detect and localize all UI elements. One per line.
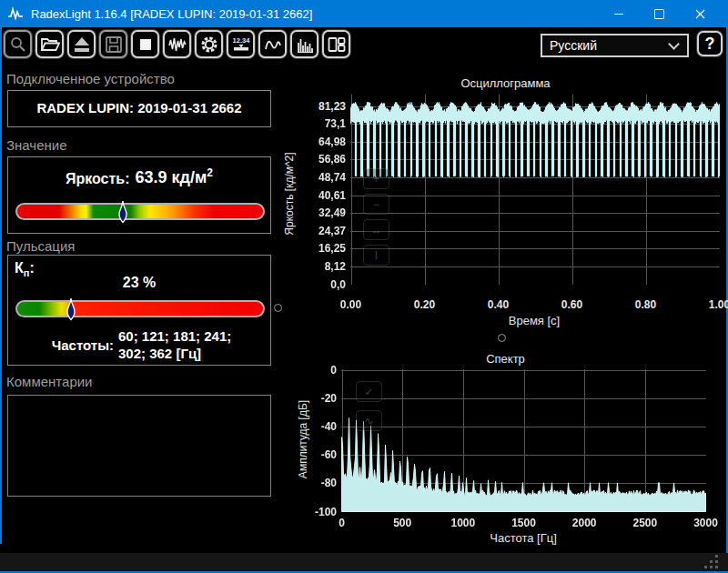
digits-display-icon: 12.34 (230, 34, 252, 55)
app-window: RadexLight 1.16.4 [RADEX LUPIN: 2019-01-… (0, 0, 728, 573)
osc-xtick-label: 1.00 (693, 297, 728, 312)
spec-check-button[interactable]: ✓ (356, 381, 382, 402)
spec-ytick-label: 0 (291, 363, 337, 377)
curve-view-button[interactable] (258, 30, 287, 58)
smooth-curve-icon (262, 34, 284, 55)
eject-icon (71, 34, 93, 55)
resize-grip[interactable] (715, 566, 718, 568)
brightness-value: 63.9 кд/м2 (136, 166, 214, 187)
osc-cursor-button[interactable]: I (363, 245, 389, 266)
minimize-button[interactable] (598, 0, 639, 27)
spec-xtick-label: 1000 (436, 516, 490, 530)
spec-xtick-label: 1500 (497, 516, 551, 530)
brightness-indicator (117, 200, 128, 224)
kp-value: 23 % (8, 275, 270, 291)
floppy-icon (103, 34, 125, 55)
spec-xtick-label: 3000 (679, 516, 728, 530)
comments-input[interactable] (7, 395, 271, 497)
osc-zoom-in-button[interactable]: + (363, 168, 389, 189)
device-name: RADEX LUPIN: 2019-01-31 2662 (8, 91, 270, 125)
stop-button[interactable] (131, 30, 159, 58)
spec-curve-button[interactable]: ∿ (356, 410, 382, 431)
cursor-icon: I (375, 249, 378, 262)
app-logo-icon (7, 6, 24, 21)
spec-ytick-label: -80 (291, 476, 337, 490)
osc-xtick-label: 0.00 (324, 297, 379, 312)
digital-view-button[interactable]: 12.34 (227, 30, 255, 58)
chevron-down-icon (668, 38, 680, 50)
osc-fit-width-button[interactable]: ↔ (363, 219, 389, 240)
eject-device-button[interactable] (67, 30, 96, 58)
save-button[interactable] (99, 30, 127, 58)
minus-icon: − (373, 198, 379, 211)
device-panel-header: Подключенное устройство (6, 71, 175, 86)
osc-xtick-label: 0.40 (471, 297, 526, 312)
layout-panels-icon (326, 34, 348, 55)
help-button[interactable]: ? (697, 31, 723, 56)
maximize-button[interactable] (639, 0, 680, 27)
plus-icon: + (373, 173, 379, 186)
osc-xtick-label: 0.20 (398, 297, 452, 312)
pulsation-indicator (66, 297, 76, 321)
osc-ytick-label: 24,37 (297, 224, 346, 238)
osc-zoom-out-button[interactable]: − (363, 194, 389, 215)
spec-xtick-label: 2500 (618, 516, 672, 530)
oscillogram-ylabel: Яркость [кд/м^2] (283, 94, 296, 294)
osc-ytick-label: 48,74 (297, 170, 346, 185)
layout-view-button[interactable] (322, 30, 350, 58)
gear-icon (198, 34, 220, 55)
maximize-icon (654, 9, 664, 19)
spectrum-xlabel: Частота [Гц] (432, 531, 614, 545)
language-value: Русский (542, 38, 670, 53)
spectrum-view-button[interactable] (290, 30, 318, 58)
spectrum-plot[interactable] (341, 369, 706, 512)
spec-xtick-label: 500 (375, 516, 430, 530)
osc-ytick-label: 16,25 (297, 241, 346, 256)
vertical-splitter-grip[interactable] (274, 304, 282, 312)
comments-panel-header: Комментарии (6, 374, 92, 389)
spec-ytick-label: -20 (291, 391, 337, 406)
close-icon (695, 9, 705, 19)
frequencies-value: 60; 121; 181; 241; 302; 362 [Гц] (118, 328, 255, 363)
check-icon: ✓ (364, 386, 373, 398)
wave-icon: ∿ (364, 415, 373, 427)
oscillogram-title: Осциллограмма (291, 76, 720, 90)
osc-ytick-label: 40,61 (297, 188, 346, 203)
drop-marker-icon (117, 200, 128, 224)
language-select[interactable]: Русский (541, 34, 689, 57)
histogram-icon (294, 34, 316, 55)
value-panel-header: Значение (6, 137, 67, 153)
stop-icon (135, 34, 157, 55)
spec-ytick-label: -40 (291, 419, 337, 434)
osc-ytick-label: 0,0 (297, 277, 346, 292)
pulsation-panel: Кп: 23 % Частоты: 60; 121; 181; 241; 302… (7, 255, 271, 366)
pulsation-panel-header: Пульсация (6, 238, 75, 254)
help-label: ? (705, 35, 715, 54)
osc-ytick-label: 81,23 (297, 99, 346, 114)
magnifier-icon (7, 34, 29, 55)
oscillogram-view-button[interactable] (163, 30, 191, 58)
oscillogram-plot[interactable] (350, 94, 720, 285)
svg-text:12.34: 12.34 (232, 36, 250, 45)
titlebar[interactable]: RadexLight 1.16.4 [RADEX LUPIN: 2019-01-… (0, 0, 728, 27)
spec-ytick-label: -60 (291, 447, 337, 462)
osc-ytick-label: 32,49 (297, 206, 346, 220)
oscillogram-xlabel: Время [с] (443, 314, 625, 327)
horizontal-splitter-grip[interactable] (498, 334, 506, 342)
brightness-label: Яркость: (66, 171, 130, 187)
osc-xtick-label: 0.60 (545, 297, 600, 312)
window-title: RadexLight 1.16.4 [RADEX LUPIN: 2019-01-… (31, 7, 312, 21)
fit-width-icon: ↔ (371, 224, 382, 236)
zoom-tool-button[interactable] (4, 30, 32, 58)
spectrum-title: Спектр (291, 352, 720, 366)
spec-xtick-label: 0 (315, 516, 369, 530)
spectrum-ylabel: Амплитуда [дБ] (297, 357, 309, 521)
close-button[interactable] (680, 0, 721, 27)
settings-button[interactable] (195, 30, 223, 58)
osc-ytick-label: 8,12 (297, 259, 346, 274)
open-file-button[interactable] (35, 30, 64, 58)
osc-ytick-label: 56,86 (297, 152, 346, 166)
pulsation-scale-bar (15, 300, 265, 317)
osc-xtick-label: 0.80 (619, 297, 673, 312)
device-panel: RADEX LUPIN: 2019-01-31 2662 (7, 90, 271, 127)
